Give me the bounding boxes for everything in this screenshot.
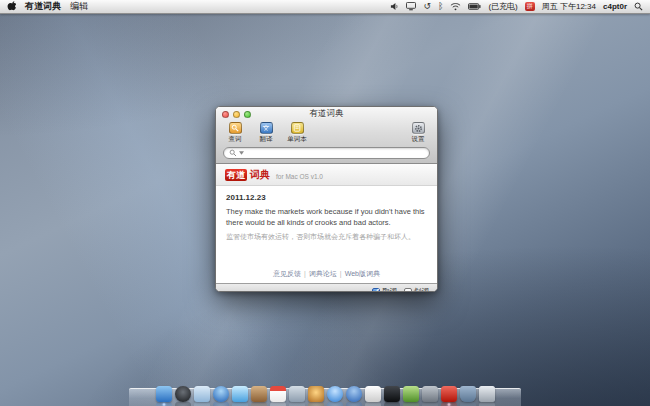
settings-button[interactable]: 设置 <box>407 122 429 142</box>
dock-icon-text-edit[interactable] <box>365 386 381 402</box>
spotlight-icon[interactable] <box>634 1 643 12</box>
dock-icon-youdao-dict[interactable] <box>441 386 457 402</box>
display-icon[interactable] <box>406 1 416 12</box>
dock-icon-system-preferences[interactable] <box>422 386 438 402</box>
dock-icon-dashboard[interactable] <box>175 386 191 402</box>
minimize-button[interactable] <box>233 111 240 118</box>
search-input[interactable] <box>246 148 424 158</box>
dock-icon-trash[interactable] <box>479 386 495 402</box>
menubar-user[interactable]: c4pt0r <box>603 2 627 11</box>
web-dictionary-link[interactable]: Web版词典 <box>345 270 380 277</box>
dock <box>129 380 521 406</box>
version-text: for Mac OS v1.0 <box>276 173 323 180</box>
footer-links: 意见反馈|词典论坛|Web版词典 <box>216 269 437 279</box>
daily-sentence-panel: 2011.12.23 They make the markets work be… <box>216 186 437 283</box>
dock-icon-address-book[interactable] <box>251 386 267 402</box>
lookup-button[interactable]: 查词 <box>224 122 246 142</box>
zoom-button[interactable] <box>244 111 251 118</box>
dock-icon-app-store[interactable] <box>346 386 362 402</box>
menu-bar: 有道词典 编辑 ↺ ᛒ (已充电) 拼 周五 下午12:34 c4pt0r <box>0 0 650 14</box>
menubar-app-name[interactable]: 有道词典 <box>25 0 61 13</box>
time-machine-icon[interactable]: ↺ <box>423 1 431 12</box>
word-select-checkbox[interactable] <box>404 288 412 293</box>
dock-icon-terminal[interactable] <box>384 386 400 402</box>
chevron-down-icon <box>239 151 244 155</box>
forum-link[interactable]: 词典论坛 <box>309 270 337 277</box>
article-chinese: 监管使市场有效运转，否则市场就会充斥着各种骗子和坏人。 <box>226 232 426 243</box>
feedback-link[interactable]: 意见反馈 <box>273 270 301 277</box>
translate-button[interactable]: 翻译 <box>255 122 277 142</box>
dock-icon-finder[interactable] <box>156 386 172 402</box>
lookup-label: 查词 <box>229 135 242 142</box>
translate-icon <box>260 122 273 134</box>
window-status-bar: 取词 划词 <box>216 283 437 292</box>
menubar-clock[interactable]: 周五 下午12:34 <box>542 1 596 12</box>
word-capture-toggle[interactable]: 取词 <box>372 287 397 293</box>
search-row <box>216 146 437 163</box>
window-title: 有道词典 <box>310 108 344 120</box>
menu-item-edit[interactable]: 编辑 <box>70 0 88 13</box>
search-icon <box>229 149 237 157</box>
wordbook-button[interactable]: 单词本 <box>286 122 308 142</box>
dock-icon-photo-booth[interactable] <box>308 386 324 402</box>
gear-icon <box>412 122 425 134</box>
logo-text: 词典 <box>250 168 270 182</box>
dock-icon-safari[interactable] <box>213 386 229 402</box>
youdao-dictionary-window: 有道词典 查词 翻译 <box>215 106 438 292</box>
word-capture-checkbox[interactable] <box>372 288 380 293</box>
close-button[interactable] <box>222 111 229 118</box>
dock-icon-mail[interactable] <box>194 386 210 402</box>
toolbar: 查词 翻译 单词本 <box>216 121 437 146</box>
dictionary-icon <box>229 122 242 134</box>
title-bar[interactable]: 有道词典 <box>216 107 437 121</box>
dock-icon-preview[interactable] <box>289 386 305 402</box>
search-field[interactable] <box>223 147 430 159</box>
word-capture-label: 取词 <box>382 287 397 293</box>
battery-status-text: (已充电) <box>488 1 517 12</box>
article-date: 2011.12.23 <box>226 193 427 202</box>
word-select-label: 划词 <box>414 287 429 293</box>
word-select-toggle[interactable]: 划词 <box>404 287 429 293</box>
dock-icon-ichat[interactable] <box>232 386 248 402</box>
dock-icon-itunes[interactable] <box>327 386 343 402</box>
wifi-icon[interactable] <box>450 1 461 12</box>
wordbook-icon <box>291 122 304 134</box>
wordbook-label: 单词本 <box>287 135 307 142</box>
link-separator: | <box>304 270 306 277</box>
apple-icon[interactable] <box>7 1 16 12</box>
input-method-flag-icon[interactable]: 拼 <box>525 2 535 11</box>
link-separator: | <box>340 270 342 277</box>
desktop-wallpaper: 有道词典 编辑 ↺ ᛒ (已充电) 拼 周五 下午12:34 c4pt0r <box>0 0 650 406</box>
dock-icon-activity-monitor[interactable] <box>403 386 419 402</box>
bluetooth-icon[interactable]: ᛒ <box>438 1 443 12</box>
translate-label: 翻译 <box>260 135 273 142</box>
article-english: They make the markets work because if yo… <box>226 207 426 229</box>
dock-icon-downloads-stack[interactable] <box>460 386 476 402</box>
dock-icon-ical[interactable] <box>270 386 286 402</box>
battery-icon[interactable] <box>468 1 481 12</box>
window-header: 有道词典 查词 翻译 <box>216 107 437 164</box>
volume-icon[interactable] <box>390 1 399 12</box>
youdao-logo-icon: 有道 <box>225 169 247 181</box>
app-banner: 有道 词典 for Mac OS v1.0 <box>216 164 437 186</box>
settings-label: 设置 <box>412 135 425 142</box>
